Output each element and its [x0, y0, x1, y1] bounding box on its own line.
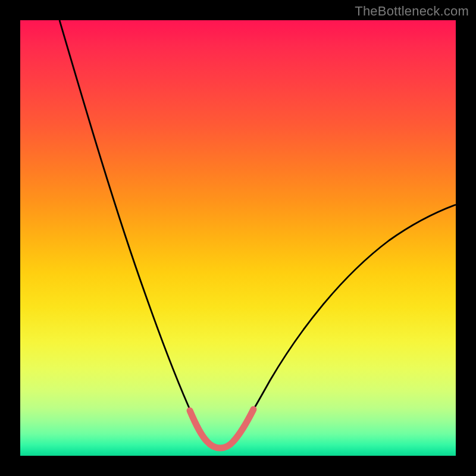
left-curve	[60, 20, 207, 441]
curve-layer	[20, 20, 456, 456]
plot-area	[20, 20, 456, 456]
valley-highlight	[190, 409, 253, 448]
right-curve	[233, 205, 456, 441]
chart-frame: TheBottleneck.com	[0, 0, 476, 476]
watermark-text: TheBottleneck.com	[355, 4, 469, 19]
